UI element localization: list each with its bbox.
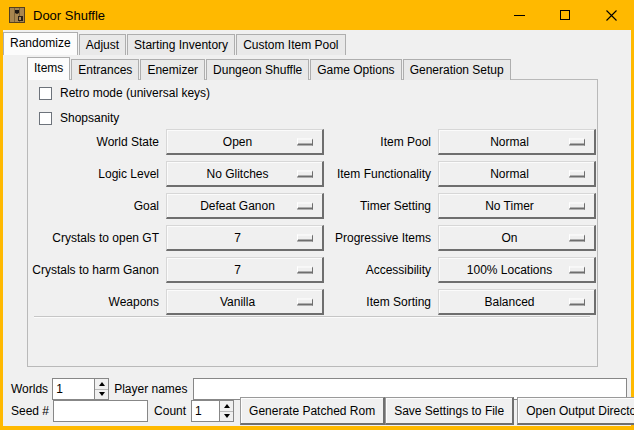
count-spin-down-button[interactable] xyxy=(220,412,233,422)
option-row: Logic Level No Glitches xyxy=(31,161,324,187)
retro-mode-checkbox-row: Retro mode (universal keys) xyxy=(39,86,210,100)
option-row: Accessibility 100% Locations xyxy=(304,257,596,283)
dropdown-value: 100% Locations xyxy=(467,263,552,277)
weapons-dropdown[interactable]: Vanilla xyxy=(166,289,324,315)
dropdown-value: Open xyxy=(223,135,252,149)
dropdown-value: Defeat Ganon xyxy=(200,199,275,213)
retro-mode-checkbox[interactable] xyxy=(39,87,52,100)
subtab-game-options[interactable]: Game Options xyxy=(310,59,401,80)
logic-level-dropdown[interactable]: No Glitches xyxy=(166,161,324,187)
dropdown-value: No Glitches xyxy=(206,167,268,181)
crystals-ganon-label: Crystals to harm Ganon xyxy=(31,263,166,277)
option-row: Crystals to harm Ganon 7 xyxy=(31,257,324,283)
item-pool-label: Item Pool xyxy=(304,135,438,149)
minimize-button[interactable] xyxy=(496,0,542,30)
dropdown-indicator-icon xyxy=(569,266,585,273)
titlebar: Door Shuffle xyxy=(0,0,634,30)
subtab-dungeon-shuffle[interactable]: Dungeon Shuffle xyxy=(206,59,309,80)
tab-starting-inventory[interactable]: Starting Inventory xyxy=(127,34,235,55)
item-functionality-label: Item Functionality xyxy=(304,167,438,181)
world-state-dropdown[interactable]: Open xyxy=(166,129,324,155)
accessibility-dropdown[interactable]: 100% Locations xyxy=(438,257,596,283)
app-icon xyxy=(9,7,25,23)
subtab-items[interactable]: Items xyxy=(27,57,70,80)
generate-patched-rom-button[interactable]: Generate Patched Rom xyxy=(240,397,385,425)
dropdown-value: Balanced xyxy=(484,295,534,309)
arrow-down-icon xyxy=(224,414,230,418)
dropdown-value: Normal xyxy=(490,135,529,149)
count-spin-up-button[interactable] xyxy=(220,401,233,412)
count-label: Count xyxy=(154,404,186,418)
worlds-spin-up-button[interactable] xyxy=(95,379,108,390)
progressive-items-dropdown[interactable]: On xyxy=(438,225,596,251)
dropdown-indicator-icon xyxy=(569,234,585,241)
item-functionality-dropdown[interactable]: Normal xyxy=(438,161,596,187)
main-tab-bar: Randomize Adjust Starting Inventory Cust… xyxy=(3,32,347,55)
option-row: Item Pool Normal xyxy=(304,129,596,155)
dropdown-indicator-icon xyxy=(569,298,585,305)
dropdown-value: No Timer xyxy=(485,199,534,213)
option-row: Goal Defeat Ganon xyxy=(31,193,324,219)
minimize-icon xyxy=(514,15,525,16)
dropdown-indicator-icon xyxy=(569,170,585,177)
crystals-gt-label: Crystals to open GT xyxy=(31,231,166,245)
tab-adjust[interactable]: Adjust xyxy=(79,34,126,55)
dropdown-indicator-icon xyxy=(569,202,585,209)
seed-input[interactable] xyxy=(53,400,148,422)
option-row: Timer Setting No Timer xyxy=(304,193,596,219)
option-row: World State Open xyxy=(31,129,324,155)
dropdown-value: 7 xyxy=(234,231,241,245)
item-sorting-dropdown[interactable]: Balanced xyxy=(438,289,596,315)
shopsanity-checkbox-row: Shopsanity xyxy=(39,111,119,125)
goal-label: Goal xyxy=(31,199,166,213)
close-button[interactable] xyxy=(588,0,634,30)
weapons-label: Weapons xyxy=(31,295,166,309)
crystals-ganon-dropdown[interactable]: 7 xyxy=(166,257,324,283)
goal-dropdown[interactable]: Defeat Ganon xyxy=(166,193,324,219)
footer-row-seed: Seed # Count Generate Patched Rom Save S… xyxy=(11,397,630,425)
option-row: Crystals to open GT 7 xyxy=(31,225,324,251)
timer-setting-dropdown[interactable]: No Timer xyxy=(438,193,596,219)
items-pane: Retro mode (universal keys) Shopsanity W… xyxy=(27,79,598,367)
count-input[interactable] xyxy=(191,400,219,422)
save-settings-button[interactable]: Save Settings to File xyxy=(385,397,514,425)
client-area: Randomize Adjust Starting Inventory Cust… xyxy=(3,30,631,426)
item-pool-dropdown[interactable]: Normal xyxy=(438,129,596,155)
maximize-icon xyxy=(560,10,570,20)
dropdown-value: 7 xyxy=(234,263,241,277)
subtab-entrances[interactable]: Entrances xyxy=(71,59,139,80)
sub-tab-bar: Items Entrances Enemizer Dungeon Shuffle… xyxy=(27,57,512,80)
option-row: Item Functionality Normal xyxy=(304,161,596,187)
window-title: Door Shuffle xyxy=(33,8,105,23)
subtab-generation-setup[interactable]: Generation Setup xyxy=(403,59,511,80)
arrow-up-icon xyxy=(224,404,230,408)
dropdown-value: Vanilla xyxy=(220,295,255,309)
seed-label: Seed # xyxy=(11,404,49,418)
accessibility-label: Accessibility xyxy=(304,263,438,277)
subtab-enemizer[interactable]: Enemizer xyxy=(140,59,205,80)
close-icon xyxy=(606,10,617,21)
item-sorting-label: Item Sorting xyxy=(304,295,438,309)
tab-randomize[interactable]: Randomize xyxy=(3,32,78,55)
window-controls xyxy=(496,0,634,30)
options-separator xyxy=(34,316,590,318)
crystals-gt-dropdown[interactable]: 7 xyxy=(166,225,324,251)
option-row: Weapons Vanilla xyxy=(31,289,324,315)
arrow-down-icon xyxy=(99,392,105,396)
dropdown-indicator-icon xyxy=(569,138,585,145)
timer-setting-label: Timer Setting xyxy=(304,199,438,213)
window: Door Shuffle Randomize Adjust Starting I… xyxy=(0,0,634,430)
count-spinbox xyxy=(191,400,234,422)
player-names-label: Player names xyxy=(114,382,187,396)
options-column-right: Item Pool Normal Item Functionality Norm… xyxy=(304,129,596,321)
option-row: Item Sorting Balanced xyxy=(304,289,596,315)
progressive-items-label: Progressive Items xyxy=(304,231,438,245)
option-row: Progressive Items On xyxy=(304,225,596,251)
open-output-directory-button[interactable]: Open Output Directory xyxy=(517,397,634,425)
tab-custom-item-pool[interactable]: Custom Item Pool xyxy=(236,34,345,55)
logic-level-label: Logic Level xyxy=(31,167,166,181)
shopsanity-checkbox[interactable] xyxy=(39,112,52,125)
maximize-button[interactable] xyxy=(542,0,588,30)
retro-mode-label: Retro mode (universal keys) xyxy=(60,86,210,100)
dropdown-value: Normal xyxy=(490,167,529,181)
